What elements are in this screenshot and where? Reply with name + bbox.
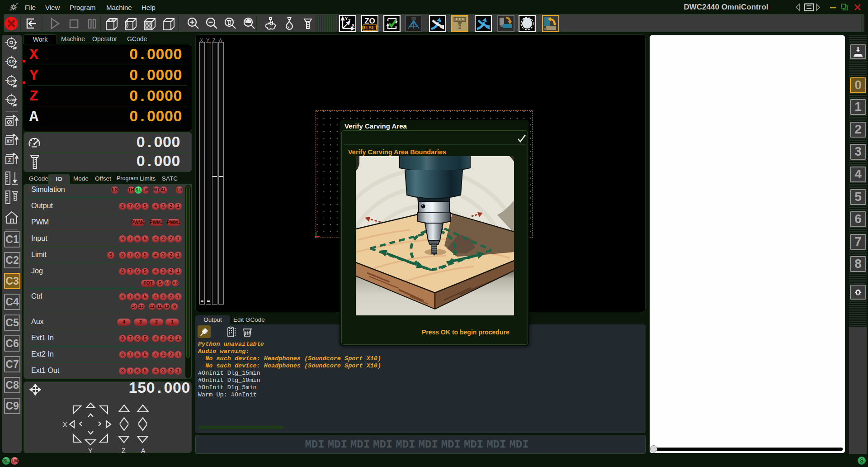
svg-text:X: X — [63, 421, 67, 428]
svg-text:X: X — [352, 23, 354, 28]
svg-text:Y: Y — [88, 447, 93, 453]
svg-text:G28: G28 — [8, 79, 15, 83]
svg-text:Z: Z — [348, 19, 351, 23]
svg-text:Z: Z — [8, 158, 11, 163]
svg-text:Z: Z — [122, 447, 126, 453]
svg-text:G30: G30 — [8, 98, 15, 102]
svg-text:A: A — [141, 447, 146, 453]
svg-text:XY: XY — [8, 59, 14, 64]
svg-text:ZO: ZO — [364, 17, 375, 25]
svg-text:RESET: RESET — [362, 25, 378, 30]
svg-text:XY: XY — [6, 139, 13, 144]
svg-text:Y: Y — [345, 16, 348, 21]
